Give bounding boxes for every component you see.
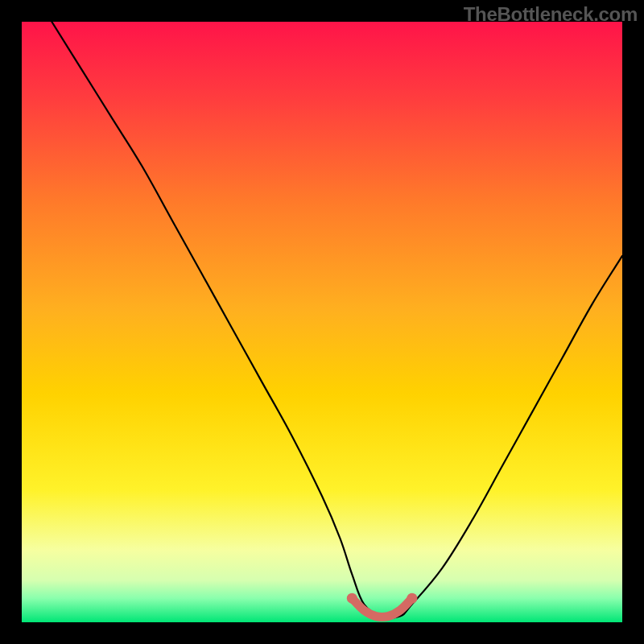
optimal-band-start-dot bbox=[347, 593, 357, 604]
bottleneck-chart bbox=[22, 22, 622, 622]
chart-frame: TheBottleneck.com bbox=[0, 0, 644, 644]
optimal-band-end-dot bbox=[407, 593, 417, 604]
gradient-background bbox=[22, 22, 622, 622]
